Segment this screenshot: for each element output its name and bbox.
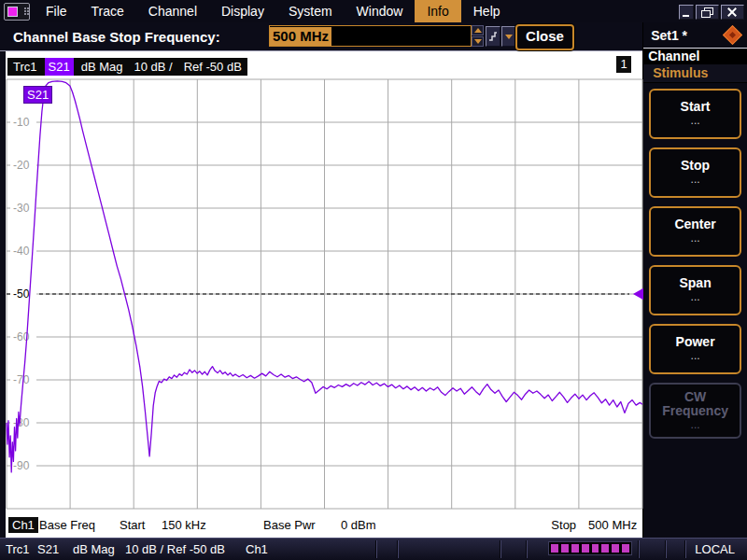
softkey-power-label: Power bbox=[651, 335, 740, 349]
base-power-value: 0 dBm bbox=[341, 518, 376, 532]
softkey-span-label: Span bbox=[651, 276, 740, 290]
vna-application-window: File Trace Channel Display System Window… bbox=[0, 0, 747, 560]
softkey-center[interactable]: Center ... bbox=[649, 206, 741, 257]
menu-item-info[interactable]: Info bbox=[415, 0, 460, 22]
status-format: dB Mag bbox=[73, 542, 115, 556]
channel-badge: Ch1 bbox=[8, 517, 38, 533]
trace-format: dB Mag bbox=[76, 60, 129, 74]
status-channel: Ch1 bbox=[246, 542, 268, 556]
stop-value: 500 MHz bbox=[588, 518, 637, 532]
start-label: Start bbox=[120, 518, 145, 532]
menu-item-window[interactable]: Window bbox=[345, 0, 416, 22]
trace-parameter-chip: S21 bbox=[45, 58, 74, 76]
base-power-label: Base Pwr bbox=[263, 518, 316, 532]
trace-name: Trc1 bbox=[7, 60, 43, 74]
status-separator bbox=[665, 540, 667, 558]
softkey-start-dots: ... bbox=[651, 116, 740, 125]
trace-scale: 10 dB / bbox=[128, 60, 177, 74]
svg-text:-80: -80 bbox=[13, 416, 30, 429]
svg-text:-40: -40 bbox=[13, 245, 30, 258]
status-parameter: S21 bbox=[37, 542, 59, 556]
sweep-progress-indicator bbox=[548, 541, 632, 555]
diagram-area: -10-20-30-40-50-60-70-80-90 Trc1 S21 dB … bbox=[0, 51, 642, 538]
session-row: Set1 * bbox=[643, 22, 747, 48]
menu-item-channel[interactable]: Channel bbox=[136, 0, 209, 22]
arrow-down-icon bbox=[474, 39, 482, 44]
spinner-up-button[interactable] bbox=[472, 25, 484, 35]
menu-item-trace[interactable]: Trace bbox=[79, 0, 136, 22]
status-bar: Trc1 S21 dB Mag 10 dB / Ref -50 dB Ch1 L… bbox=[0, 538, 747, 560]
status-trace: Trc1 bbox=[6, 542, 30, 556]
status-scale-ref: 10 dB / Ref -50 dB bbox=[125, 542, 225, 556]
spinner-down-button[interactable] bbox=[472, 36, 484, 47]
trace-reference: Ref -50 dB bbox=[178, 60, 247, 74]
status-remote-mode: LOCAL bbox=[695, 542, 735, 556]
instrument-screen-icon bbox=[7, 7, 18, 17]
softkey-center-label: Center bbox=[651, 217, 740, 231]
stop-frequency-value: 500 MHz bbox=[270, 27, 331, 46]
channel-footer: Ch1 Base Freq Start 150 kHz Base Pwr 0 d… bbox=[6, 517, 642, 534]
stop-frequency-input[interactable]: 500 MHz bbox=[269, 25, 472, 47]
restore-icon-front bbox=[701, 10, 711, 18]
menu-item-display[interactable]: Display bbox=[209, 0, 276, 22]
status-separator bbox=[526, 540, 528, 558]
softkey-cw-frequency: CW Frequency ... bbox=[649, 383, 741, 439]
entry-bar: Channel Base Stop Frequency: 500 MHz Clo… bbox=[0, 22, 642, 51]
unit-dropdown-button[interactable] bbox=[501, 26, 516, 47]
softkey-span[interactable]: Span ... bbox=[649, 265, 741, 315]
trace-label-chip: S21 bbox=[23, 86, 52, 104]
s21-plot: -10-20-30-40-50-60-70-80-90 bbox=[6, 51, 643, 539]
menu-item-help[interactable]: Help bbox=[461, 0, 513, 22]
svg-text:-10: -10 bbox=[13, 116, 30, 129]
softkey-start[interactable]: Start ... bbox=[649, 89, 741, 139]
restore-button[interactable] bbox=[696, 5, 719, 20]
entry-label: Channel Base Stop Frequency: bbox=[13, 29, 220, 45]
close-window-button[interactable] bbox=[721, 5, 744, 20]
arrow-up-icon bbox=[474, 28, 482, 33]
step-size-button[interactable] bbox=[486, 26, 500, 47]
value-spinner bbox=[472, 25, 484, 47]
softkey-center-dots: ... bbox=[651, 233, 740, 243]
softkey-stop-label: Stop bbox=[651, 159, 740, 173]
softkey-submenu-title: Stimulus bbox=[643, 64, 747, 83]
minimize-icon bbox=[683, 15, 689, 17]
status-separator bbox=[500, 540, 501, 558]
diagram-number-badge: 1 bbox=[616, 56, 631, 73]
menu-item-system[interactable]: System bbox=[276, 0, 345, 22]
status-separator bbox=[684, 540, 686, 558]
svg-text:-70: -70 bbox=[13, 373, 30, 386]
svg-text:-90: -90 bbox=[13, 459, 30, 472]
softkey-stop-dots: ... bbox=[651, 175, 740, 184]
trace-header[interactable]: Trc1 S21 dB Mag 10 dB / Ref -50 dB bbox=[7, 58, 247, 76]
softkey-menu-title: Channel bbox=[643, 48, 747, 64]
close-entry-button[interactable]: Close bbox=[515, 24, 574, 50]
status-separator bbox=[638, 540, 640, 558]
rohde-schwarz-logo bbox=[723, 25, 742, 45]
stop-label: Stop bbox=[551, 518, 576, 532]
softkey-stop[interactable]: Stop ... bbox=[649, 147, 741, 198]
menu-item-file[interactable]: File bbox=[34, 0, 79, 22]
softkey-power[interactable]: Power ... bbox=[649, 324, 741, 374]
sweep-type-label: Base Freq bbox=[39, 518, 95, 532]
status-separator bbox=[397, 540, 399, 558]
svg-text:-30: -30 bbox=[13, 202, 30, 215]
svg-text:-50: -50 bbox=[13, 287, 30, 301]
step-icon bbox=[487, 31, 499, 42]
softkey-start-label: Start bbox=[651, 100, 740, 114]
svg-text:-20: -20 bbox=[13, 159, 30, 172]
minimize-button[interactable] bbox=[679, 5, 694, 20]
softkey-power-dots: ... bbox=[651, 351, 740, 360]
instrument-icon[interactable] bbox=[4, 3, 30, 21]
window-controls bbox=[679, 5, 744, 20]
softkey-sidebar: Set1 * Channel Stimulus Start ... Stop .… bbox=[642, 22, 747, 538]
instrument-keys-icon bbox=[24, 7, 26, 9]
status-separator bbox=[375, 540, 377, 558]
softkey-buttons: Start ... Stop ... Center ... Span ... P… bbox=[643, 83, 747, 538]
chevron-down-icon bbox=[505, 35, 513, 39]
stop-frequency-footer: Stop 500 MHz bbox=[551, 518, 637, 532]
softkey-span-dots: ... bbox=[651, 292, 740, 301]
softkey-cw-frequency-label: CW Frequency bbox=[651, 390, 740, 418]
start-value: 150 kHz bbox=[162, 518, 206, 532]
session-name: Set1 * bbox=[651, 28, 687, 43]
menu-bar: File Trace Channel Display System Window… bbox=[0, 0, 747, 22]
